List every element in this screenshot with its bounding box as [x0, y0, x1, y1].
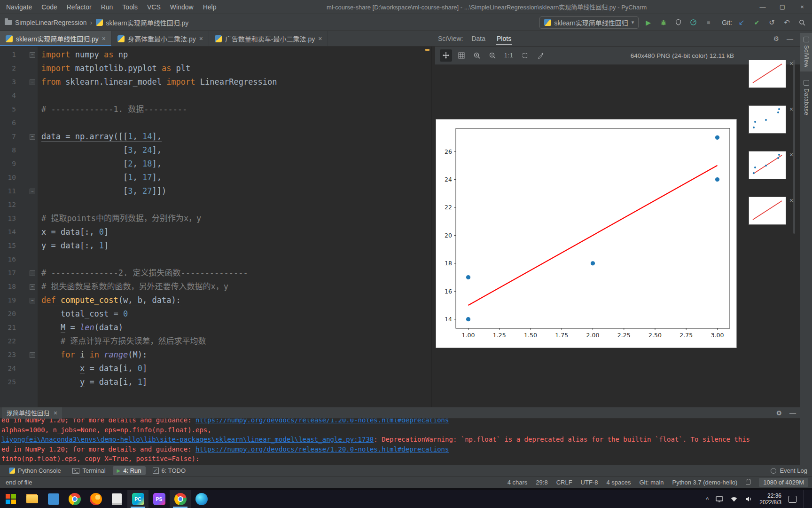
- fold-marker-icon[interactable]: [16, 75, 38, 89]
- plot-thumbnail[interactable]: [749, 151, 786, 179]
- menu-refactor[interactable]: Refactor: [62, 1, 96, 13]
- git-commit-button[interactable]: ✔: [751, 17, 762, 28]
- fold-marker-icon[interactable]: [16, 294, 38, 307]
- menu-help[interactable]: Help: [199, 1, 221, 13]
- tool-button-console[interactable]: Python Console: [5, 466, 65, 475]
- status-item[interactable]: Git: main: [640, 479, 664, 486]
- breadcrumb-file[interactable]: sklearn实现简单线性回归.py: [106, 18, 189, 27]
- maximize-window-button[interactable]: ▢: [773, 0, 792, 14]
- status-item[interactable]: CRLF: [556, 479, 572, 486]
- actual-size-icon[interactable]: 1:1: [502, 49, 516, 62]
- taskbar-pycharm-icon[interactable]: PC: [127, 490, 148, 508]
- editor-tab[interactable]: 广告数量和卖车-最小二乘法.py×: [209, 31, 328, 46]
- code-line[interactable]: 20 total_cost = 0: [0, 307, 431, 321]
- close-thumbnail-icon[interactable]: ×: [789, 60, 793, 67]
- taskbar-chrome2-icon[interactable]: [170, 490, 191, 508]
- code-line[interactable]: 9 [2, 18],: [0, 157, 431, 171]
- start-button[interactable]: [0, 490, 22, 508]
- code-line[interactable]: 7data = np.array([[1, 14],: [0, 130, 431, 143]
- code-line[interactable]: 14x = data[:, 0]: [0, 225, 431, 239]
- close-thumbnail-icon[interactable]: ×: [789, 197, 793, 204]
- zoom-out-icon[interactable]: [486, 49, 499, 62]
- show-desktop-button[interactable]: [804, 490, 806, 508]
- grid-icon[interactable]: [455, 49, 468, 62]
- tool-button-todo[interactable]: ✓6: TODO: [148, 466, 190, 475]
- fold-marker-icon[interactable]: [16, 48, 38, 62]
- search-everywhere-icon[interactable]: [796, 17, 807, 28]
- git-update-button[interactable]: ↙: [736, 17, 747, 28]
- code-line[interactable]: 11 [3, 27]]): [0, 184, 431, 198]
- status-item[interactable]: Python 3.7 (demo-hello): [672, 479, 738, 486]
- menu-window[interactable]: Window: [166, 1, 198, 13]
- status-item[interactable]: 29:8: [536, 479, 547, 486]
- git-revert-button[interactable]: ↶: [781, 17, 792, 28]
- debug-button[interactable]: [658, 17, 669, 28]
- plot-thumbnail[interactable]: [749, 197, 786, 225]
- menu-run[interactable]: Run: [97, 1, 117, 13]
- fold-marker-icon[interactable]: [16, 184, 38, 198]
- wifi-icon[interactable]: [730, 496, 738, 502]
- console-link[interactable]: liyongfei\Anaconda3\envs\demo-hello\lib\…: [1, 436, 374, 443]
- code-line[interactable]: 4: [0, 89, 431, 103]
- git-history-button[interactable]: ↺: [766, 17, 777, 28]
- run-config-select[interactable]: sklearn实现简单线性回归 ▾: [539, 16, 639, 29]
- event-log-button[interactable]: Event Log: [771, 467, 807, 474]
- code-line[interactable]: 16: [0, 253, 431, 266]
- menu-tools[interactable]: Tools: [118, 1, 142, 13]
- close-tab-icon[interactable]: ×: [54, 409, 57, 417]
- taskbar-edge-icon[interactable]: [191, 490, 212, 508]
- sciview-tab-data[interactable]: Data: [470, 32, 486, 45]
- code-line[interactable]: 6: [0, 116, 431, 130]
- display-icon[interactable]: [716, 496, 723, 502]
- close-thumbnail-icon[interactable]: ×: [789, 151, 793, 158]
- tool-button-run[interactable]: ▶4: Run: [113, 466, 146, 475]
- sciview-tab-plots[interactable]: Plots: [496, 32, 512, 45]
- close-tab-icon[interactable]: ×: [102, 35, 106, 42]
- status-item[interactable]: UTF-8: [581, 479, 598, 486]
- code-line[interactable]: 25 y = data[i, 1]: [0, 375, 431, 389]
- code-line[interactable]: 19def compute_cost(w, b, data):: [0, 294, 431, 307]
- fold-marker-icon[interactable]: [16, 130, 38, 143]
- console-link[interactable]: https://numpy.org/devdocs/release/1.20.0…: [195, 445, 449, 453]
- code-line[interactable]: 3from sklearn.linear_model import Linear…: [0, 75, 431, 89]
- taskbar-notes-icon[interactable]: [106, 490, 127, 508]
- close-thumbnail-icon[interactable]: ×: [789, 106, 793, 112]
- code-line[interactable]: 1import numpy as np: [0, 48, 431, 62]
- code-editor[interactable]: 1import numpy as np2import matplotlib.py…: [0, 47, 431, 407]
- code-line[interactable]: 15y = data[:, 1]: [0, 239, 431, 253]
- menu-navigate[interactable]: Navigate: [2, 1, 36, 13]
- fit-selection-icon[interactable]: [519, 49, 531, 62]
- run-button[interactable]: ▶: [643, 17, 654, 28]
- code-line[interactable]: 13# 提取points中的两列数据，分别作为x，y: [0, 212, 431, 225]
- taskbar-phpstorm-icon[interactable]: PS: [148, 490, 170, 508]
- minimize-window-button[interactable]: —: [753, 0, 773, 14]
- code-line[interactable]: 10 [1, 17],: [0, 171, 431, 184]
- code-line[interactable]: 23 for i in range(M):: [0, 348, 431, 362]
- close-window-button[interactable]: ×: [792, 0, 812, 14]
- status-item[interactable]: 4 chars: [508, 479, 528, 486]
- pan-icon[interactable]: [440, 49, 452, 62]
- code-line[interactable]: 24 x = data[i, 0]: [0, 362, 431, 375]
- tool-strip-database[interactable]: Database: [800, 76, 812, 119]
- code-line[interactable]: 21 M = len(data): [0, 321, 431, 334]
- profiler-button[interactable]: [688, 17, 699, 28]
- code-line[interactable]: 12: [0, 198, 431, 212]
- fold-marker-icon[interactable]: [16, 348, 38, 362]
- taskbar-firefox-icon[interactable]: [85, 490, 106, 508]
- taskbar-chrome-icon[interactable]: [64, 490, 85, 508]
- volume-icon[interactable]: [745, 496, 752, 502]
- editor-tab[interactable]: 身高体重最小二乘法.py×: [112, 31, 209, 46]
- editor-tab[interactable]: sklearn实现简单线性回归.py×: [0, 31, 112, 46]
- memory-indicator[interactable]: 1080 of 4029M: [759, 478, 808, 487]
- menu-vcs[interactable]: VCS: [143, 1, 165, 13]
- code-line[interactable]: 2import matplotlib.pyplot as plt: [0, 62, 431, 75]
- thumbnails-scrollbar[interactable]: [793, 60, 795, 234]
- hide-panel-icon[interactable]: —: [787, 35, 793, 42]
- plot-thumbnail[interactable]: [749, 60, 786, 88]
- color-picker-icon[interactable]: [535, 49, 547, 62]
- gear-icon[interactable]: ⚙: [773, 35, 779, 42]
- taskbar-photos-icon[interactable]: [43, 490, 64, 508]
- tool-button-terminal[interactable]: >_Terminal: [68, 466, 110, 475]
- coverage-button[interactable]: [673, 17, 684, 28]
- lock-icon[interactable]: [746, 481, 750, 484]
